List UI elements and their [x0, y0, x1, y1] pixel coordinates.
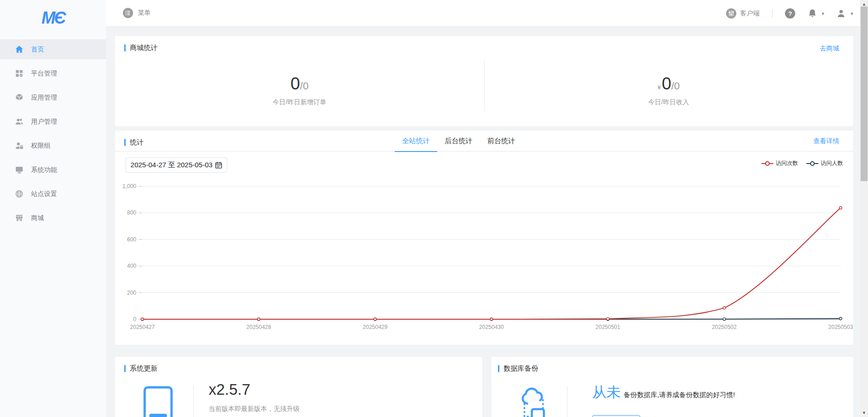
- menu-icon: [123, 8, 133, 18]
- legend-item-访问次数[interactable]: 访问次数: [761, 159, 798, 167]
- notifications-button[interactable]: ▾: [808, 8, 824, 19]
- monitor-icon: [15, 165, 24, 174]
- svg-text:1,000: 1,000: [122, 183, 136, 190]
- grid-icon: [15, 69, 24, 78]
- sidebar-item-平台管理[interactable]: 平台管理: [0, 63, 106, 83]
- orders-main-value: 0: [291, 74, 300, 93]
- income-value: ¥0/0: [657, 74, 680, 94]
- svg-text:20250501: 20250501: [595, 324, 620, 330]
- system-update-title: 系统更新: [124, 364, 158, 373]
- sidebar-item-label: 商城: [31, 214, 44, 222]
- chart-legend: 访问次数访问人数: [761, 159, 843, 167]
- tab-前台统计[interactable]: 前台统计: [480, 131, 523, 152]
- date-range-picker[interactable]: 2025-04-27 至 2025-05-03: [126, 158, 227, 173]
- main-content: 商城统计 去商城 0/0 今日/昨日新增订单 ¥0/0 今日/昨日收入 统计 全…: [106, 27, 860, 417]
- backup-button[interactable]: [592, 415, 640, 417]
- currency-symbol: ¥: [657, 84, 661, 91]
- globe-icon: [15, 190, 24, 198]
- system-update-card: 系统更新 x2.5.7 当前版本即最新版本，无须升级: [115, 357, 482, 417]
- sidebar-item-label: 平台管理: [31, 70, 57, 78]
- backup-status-line: 从未 备份数据库,请养成备份数据的好习惯!: [592, 383, 735, 402]
- svg-text:20250430: 20250430: [479, 324, 504, 330]
- divider: [193, 386, 194, 417]
- sidebar-item-label: 用户管理: [31, 118, 57, 126]
- sidebar-item-label: 系统功能: [31, 166, 57, 174]
- home-icon: [15, 45, 24, 54]
- chevron-down-icon: ▾: [850, 11, 853, 17]
- user-icon: [836, 9, 846, 19]
- logo-part-m: M: [42, 8, 54, 27]
- svg-text:600: 600: [127, 236, 136, 243]
- sidebar-item-label: 首页: [31, 45, 44, 54]
- client-button[interactable]: 客户端: [726, 8, 760, 19]
- income-sub-value: /0: [671, 80, 680, 92]
- sidebar-item-权限组[interactable]: 权限组: [0, 136, 106, 156]
- topbar-divider: [772, 9, 772, 18]
- help-circle-icon[interactable]: ?: [785, 8, 795, 19]
- sidebar-item-站点设置[interactable]: 站点设置: [0, 184, 106, 204]
- account-button[interactable]: ▾: [836, 9, 853, 19]
- stats-header: 统计 全站统计后台统计前台统计 查看详情: [115, 131, 853, 152]
- svg-text:200: 200: [127, 290, 136, 296]
- backup-status: 从未: [592, 383, 621, 402]
- tab-后台统计[interactable]: 后台统计: [437, 131, 480, 152]
- visits-line-chart: 02004006008001,0002025042720250428202504…: [115, 175, 853, 335]
- sidebar-item-系统功能[interactable]: 系统功能: [0, 160, 106, 180]
- income-label: 今日/昨日收入: [648, 98, 689, 107]
- cube-icon: [15, 93, 24, 102]
- orders-stat: 0/0 今日/昨日新增订单: [115, 63, 484, 118]
- stats-title: 统计: [124, 138, 144, 147]
- stats-tabs: 全站统计后台统计前台统计: [395, 131, 523, 152]
- date-range-value: 2025-04-27 至 2025-05-03: [131, 161, 213, 170]
- view-detail-link[interactable]: 查看详情: [813, 137, 839, 145]
- legend-marker-icon: [806, 161, 818, 166]
- legend-label: 访问人数: [821, 159, 843, 167]
- orders-label: 今日/昨日新增订单: [273, 98, 326, 107]
- sidebar-item-应用管理[interactable]: 应用管理: [0, 88, 106, 107]
- user-lock-icon: [15, 141, 24, 150]
- sidebar: MЄ 首页平台管理应用管理用户管理权限组系统功能站点设置商城: [0, 0, 106, 417]
- legend-label: 访问次数: [776, 159, 798, 167]
- client-label: 客户端: [740, 9, 760, 18]
- svg-text:?: ?: [788, 10, 792, 17]
- app-logo[interactable]: MЄ: [0, 8, 106, 28]
- menu-toggle-button[interactable]: 菜单: [123, 8, 151, 18]
- chevron-down-icon: ▾: [822, 11, 824, 17]
- cloud-backup-icon: [518, 385, 549, 417]
- svg-text:20250429: 20250429: [363, 324, 388, 330]
- scrollbar-thumb[interactable]: [861, 6, 868, 181]
- stat-divider: [484, 59, 485, 111]
- legend-item-访问人数[interactable]: 访问人数: [806, 159, 843, 167]
- svg-text:800: 800: [127, 209, 136, 216]
- goto-mall-link[interactable]: 去商城: [820, 44, 839, 53]
- divider: [567, 386, 568, 417]
- income-main-value: 0: [662, 74, 671, 93]
- store-icon: [15, 214, 24, 222]
- stats-card: 统计 全站统计后台统计前台统计 查看详情 2025-04-27 至 2025-0…: [115, 131, 853, 345]
- page-scrollbar[interactable]: ▲ ▼: [860, 0, 868, 417]
- scroll-down-arrow[interactable]: ▼: [860, 409, 868, 417]
- calendar-icon: [215, 162, 222, 169]
- legend-marker-icon: [761, 161, 773, 166]
- bell-icon: [808, 8, 817, 19]
- device-update-icon: [143, 386, 173, 417]
- users-icon: [15, 117, 24, 126]
- svg-text:0: 0: [133, 316, 136, 322]
- orders-sub-value: /0: [300, 80, 308, 92]
- version-number: x2.5.7: [209, 381, 250, 398]
- sidebar-item-用户管理[interactable]: 用户管理: [0, 112, 106, 132]
- sidebar-item-商城[interactable]: 商城: [0, 208, 106, 228]
- db-backup-title: 数据库备份: [498, 364, 538, 373]
- topbar: 菜单 客户端 ? ▾: [106, 0, 860, 27]
- sidebar-item-label: 站点设置: [31, 190, 57, 198]
- income-stat: ¥0/0 今日/昨日收入: [484, 63, 853, 118]
- backup-desc: 备份数据库,请养成备份数据的好习惯!: [624, 391, 735, 399]
- topbar-actions: 客户端 ? ▾ ▾: [726, 0, 853, 27]
- menu-label: 菜单: [138, 9, 151, 17]
- svg-text:20250503: 20250503: [828, 324, 853, 330]
- sidebar-item-首页[interactable]: 首页: [0, 39, 106, 59]
- svg-text:20250427: 20250427: [130, 324, 155, 330]
- orders-value: 0/0: [291, 74, 309, 94]
- tab-全站统计[interactable]: 全站统计: [395, 131, 437, 152]
- svg-text:20250428: 20250428: [246, 324, 271, 330]
